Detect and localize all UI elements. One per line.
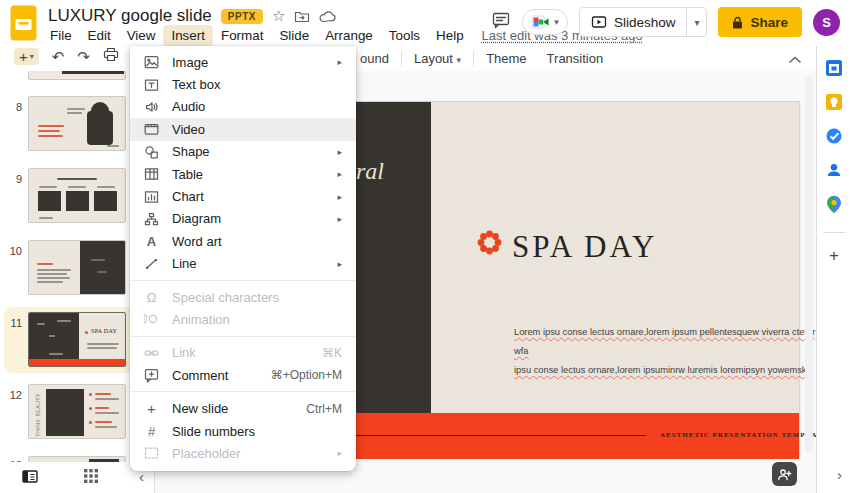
menu-item-diagram[interactable]: Diagram ▸ bbox=[130, 208, 356, 230]
slide-title-text[interactable]: SPA DAY bbox=[512, 229, 657, 265]
menu-help[interactable]: Help bbox=[428, 25, 472, 46]
slide-thumbnail-11-selected[interactable]: SPA DAY bbox=[28, 312, 126, 367]
video-icon bbox=[143, 122, 160, 136]
star-icon[interactable]: ☆ bbox=[272, 7, 285, 25]
submenu-arrow-icon: ▸ bbox=[337, 57, 342, 67]
slide-thumbnail-8[interactable] bbox=[28, 96, 126, 151]
menu-item-image[interactable]: Image ▸ bbox=[130, 51, 356, 73]
undo-button[interactable]: ↶ bbox=[52, 49, 65, 64]
submenu-arrow-icon: ▸ bbox=[337, 214, 342, 224]
slide-body-line-1: Lorem ipsu conse lectus ornare,lorem ips… bbox=[514, 323, 819, 361]
calendar-icon[interactable] bbox=[824, 58, 844, 78]
background-button-partial[interactable]: ound bbox=[350, 48, 399, 69]
document-title[interactable]: LUXURY google slide bbox=[48, 6, 212, 26]
grid-view-icon[interactable] bbox=[84, 469, 98, 487]
slide-number: 9 bbox=[6, 173, 22, 185]
new-slide-caret-icon: ▾ bbox=[30, 52, 34, 61]
comment-icon bbox=[143, 368, 160, 383]
redo-button[interactable]: ↷ bbox=[77, 49, 90, 64]
menu-item-table[interactable]: Table ▸ bbox=[130, 163, 356, 185]
menu-item-line[interactable]: Line ▸ bbox=[130, 253, 356, 275]
menu-item-new-slide[interactable]: + New slide Ctrl+M bbox=[130, 397, 356, 419]
thumbnail-vertical-text: THINK BEAUTY bbox=[35, 393, 41, 437]
present-to-meeting-button[interactable] bbox=[772, 462, 797, 486]
slide-number: 11 bbox=[6, 317, 22, 329]
menu-edit[interactable]: Edit bbox=[80, 25, 119, 46]
menu-item-text-box[interactable]: Text box bbox=[130, 73, 356, 95]
slide-thumbnail-7-partial[interactable] bbox=[28, 71, 126, 80]
comment-history-icon[interactable] bbox=[491, 11, 511, 33]
menu-item-special-characters[interactable]: Ω Special characters bbox=[130, 286, 356, 308]
move-folder-icon[interactable] bbox=[294, 9, 310, 23]
menu-divider bbox=[130, 336, 356, 337]
menu-tools[interactable]: Tools bbox=[381, 25, 428, 46]
slideshow-caret[interactable]: ▾ bbox=[686, 8, 706, 36]
slide-number: 8 bbox=[6, 101, 22, 113]
menu-item-comment[interactable]: Comment ⌘+Option+M bbox=[130, 364, 356, 386]
slide-thumbnail-12[interactable]: THINK BEAUTY bbox=[28, 384, 126, 439]
toolbar-left: + ▾ ↶ ↷ bbox=[14, 47, 147, 66]
new-slide-button[interactable]: + ▾ bbox=[14, 48, 39, 65]
collapse-toolbar-icon[interactable] bbox=[788, 50, 802, 68]
slide-footer-text[interactable]: AESTHETIC PRESENTATION TEMPLATE bbox=[660, 431, 828, 439]
slideshow-button[interactable]: Slideshow bbox=[580, 8, 687, 36]
menu-item-shape[interactable]: Shape ▸ bbox=[130, 141, 356, 163]
meet-caret-icon: ▾ bbox=[554, 17, 559, 27]
menu-file[interactable]: File bbox=[42, 25, 80, 46]
menu-divider bbox=[130, 280, 356, 281]
tasks-icon[interactable] bbox=[824, 126, 844, 146]
slide-body-line-2: ipsu conse lectus ornare,lorem ipsuminrw… bbox=[514, 361, 819, 380]
slide-thumbnail-10[interactable] bbox=[28, 240, 126, 295]
layout-button[interactable]: Layout ▾ bbox=[404, 48, 471, 69]
share-button[interactable]: Share bbox=[718, 7, 802, 37]
side-panel-divider bbox=[823, 232, 845, 233]
table-icon bbox=[143, 167, 160, 181]
menu-arrange[interactable]: Arrange bbox=[317, 25, 381, 46]
slide-thumbnail-9[interactable] bbox=[28, 168, 126, 223]
topbar-actions: ▾ Slideshow ▾ Share S bbox=[491, 7, 840, 37]
meet-icon bbox=[531, 14, 551, 30]
maps-icon[interactable] bbox=[824, 194, 844, 214]
slide-number: 10 bbox=[6, 245, 22, 257]
pptx-badge: PPTX bbox=[221, 9, 263, 24]
cloud-status-icon[interactable] bbox=[319, 10, 336, 23]
menu-item-chart[interactable]: Chart ▸ bbox=[130, 185, 356, 207]
keep-icon[interactable] bbox=[824, 92, 844, 112]
menu-item-audio[interactable]: Audio bbox=[130, 96, 356, 118]
word-art-icon: A bbox=[143, 234, 160, 249]
menu-slide[interactable]: Slide bbox=[271, 25, 317, 46]
slide-numbers-hash-icon: # bbox=[143, 424, 160, 439]
meet-button[interactable]: ▾ bbox=[522, 9, 568, 35]
placeholder-icon bbox=[143, 446, 160, 460]
menu-insert[interactable]: Insert bbox=[163, 25, 213, 46]
menu-view[interactable]: View bbox=[119, 25, 164, 46]
menu-item-word-art[interactable]: A Word art bbox=[130, 230, 356, 252]
filmstrip-view-icon[interactable] bbox=[22, 469, 38, 487]
print-button[interactable] bbox=[103, 47, 119, 66]
menu-item-video[interactable]: Video bbox=[130, 118, 356, 140]
shortcut-label: ⌘K bbox=[322, 346, 342, 360]
audio-icon bbox=[143, 100, 160, 114]
link-icon bbox=[143, 346, 160, 360]
slide-body-text[interactable]: Lorem ipsu conse lectus ornare,lorem ips… bbox=[514, 323, 819, 380]
transition-button[interactable]: Transition bbox=[537, 48, 614, 69]
account-avatar[interactable]: S bbox=[813, 9, 840, 36]
get-add-ons-icon[interactable]: + bbox=[824, 246, 844, 266]
submenu-arrow-icon: ▸ bbox=[337, 259, 342, 269]
flower-icon[interactable] bbox=[476, 229, 503, 256]
canvas-scrollbar[interactable] bbox=[805, 77, 813, 453]
show-side-panel-icon[interactable]: › bbox=[837, 466, 842, 483]
theme-button[interactable]: Theme bbox=[476, 48, 536, 69]
submenu-arrow-icon: ▸ bbox=[337, 147, 342, 157]
toolbar-separator bbox=[401, 51, 402, 67]
contacts-icon[interactable] bbox=[824, 160, 844, 180]
menu-item-animation[interactable]: Animation bbox=[130, 308, 356, 330]
menu-item-link[interactable]: Link ⌘K bbox=[130, 342, 356, 364]
menu-format[interactable]: Format bbox=[213, 25, 271, 46]
special-characters-icon: Ω bbox=[143, 290, 160, 305]
new-slide-plus-icon: + bbox=[143, 400, 160, 417]
menu-item-slide-numbers[interactable]: # Slide numbers bbox=[130, 420, 356, 442]
google-slides-logo[interactable] bbox=[10, 5, 37, 41]
menu-item-placeholder[interactable]: Placeholder ▸ bbox=[130, 442, 356, 464]
slide-dark-panel-text-fragment[interactable]: ral bbox=[356, 158, 384, 185]
